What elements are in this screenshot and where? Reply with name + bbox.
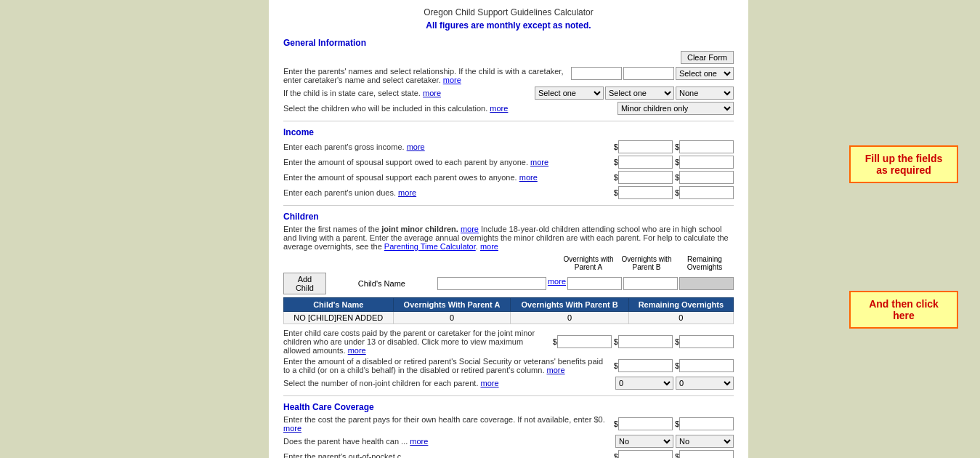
ss-a[interactable] xyxy=(618,359,673,372)
left-sidebar xyxy=(0,0,269,458)
col-header-b-top: Overnights with Parent B xyxy=(617,255,676,271)
clear-form-button[interactable]: Clear Form xyxy=(681,51,734,64)
spousal-owes-label: Enter the amount of spousal support each… xyxy=(283,173,614,182)
names-label: Enter the parents' names and select rela… xyxy=(283,67,571,84)
spousal-owed-a[interactable] xyxy=(618,156,673,169)
health-cost-link[interactable]: more xyxy=(283,424,301,433)
childcare-row: Enter child care costs paid by the paren… xyxy=(283,329,734,355)
default-remaining-cell: 0 xyxy=(628,312,733,324)
col-overnight-a: Overnights With Parent A xyxy=(393,298,511,312)
children-select-input: Minor children only xyxy=(617,102,734,115)
health-cost-b[interactable] xyxy=(679,417,734,430)
state-select-3[interactable]: None xyxy=(676,87,734,100)
children-select-link[interactable]: more xyxy=(490,104,508,113)
names-more-link[interactable]: more xyxy=(443,76,461,84)
nonjoint-link[interactable]: more xyxy=(481,379,499,387)
union-dues-b[interactable] xyxy=(679,186,734,199)
spousal-owes-link[interactable]: more xyxy=(519,173,538,182)
overnights-b-input[interactable] xyxy=(623,277,678,290)
union-dues-a[interactable] xyxy=(618,186,673,199)
income-header: Income xyxy=(283,127,734,137)
health-care-header: Health Care Coverage xyxy=(283,402,734,412)
overnights-a-input[interactable] xyxy=(567,277,622,290)
gross-income-label: Enter each parent's gross income. more xyxy=(283,142,614,151)
page-title: Oregon Child Support Guidelines Calculat… xyxy=(283,7,734,17)
social-security-label: Enter the amount of a disabled or retire… xyxy=(283,357,614,374)
add-child-button[interactable]: Add Child xyxy=(283,273,326,294)
health-cost-row: Enter the cost the parent pays for their… xyxy=(283,415,734,433)
childcare-c[interactable] xyxy=(679,335,734,348)
nonjoint-row: Select the number of non-joint children … xyxy=(283,377,734,390)
children-type-select[interactable]: Minor children only xyxy=(617,102,734,115)
state-select-1[interactable]: Select one xyxy=(535,87,604,100)
spousal-owes-a[interactable] xyxy=(618,171,673,184)
relationship-select[interactable]: Select one xyxy=(676,67,734,80)
gross-income-link[interactable]: more xyxy=(407,142,425,151)
out-of-pocket-row: Enter the parent's out-of-pocket c $ $ xyxy=(283,450,734,458)
health-available-label: Does the parent have health can ... more xyxy=(283,437,615,446)
out-of-pocket-label: Enter the parent's out-of-pocket c xyxy=(283,452,614,458)
col-header-remaining-top: Remaining Overnights xyxy=(676,255,734,271)
col-header-name-top xyxy=(414,255,559,271)
divider-2 xyxy=(283,205,734,206)
state-care-link[interactable]: more xyxy=(423,89,441,97)
childcare-link[interactable]: more xyxy=(348,346,366,355)
col-remaining: Remaining Overnights xyxy=(628,298,733,312)
state-select-2[interactable]: Select one xyxy=(605,87,674,100)
nonjoint-label: Select the number of non-joint children … xyxy=(283,379,615,387)
union-dues-link[interactable]: more xyxy=(398,188,416,197)
nonjoint-select-b[interactable]: 0 xyxy=(676,377,734,390)
gross-income-b[interactable] xyxy=(679,140,734,153)
gross-b-wrap: $ xyxy=(675,140,734,153)
health-avail-a[interactable]: No Yes xyxy=(615,435,673,448)
spousal-owed-b[interactable] xyxy=(679,156,734,169)
fill-annotation: Fill up the fields as required xyxy=(849,145,958,183)
parent-a-name-input[interactable] xyxy=(571,67,622,80)
children-more-link-2[interactable]: more xyxy=(480,242,498,251)
table-row: NO [CHILD]REN ADDED 0 0 0 xyxy=(284,312,734,324)
children-header: Children xyxy=(283,212,734,222)
default-a-cell: 0 xyxy=(393,312,511,324)
social-security-inputs: $ $ xyxy=(614,359,734,372)
oop-b[interactable] xyxy=(679,450,734,458)
health-available-row: Does the parent have health can ... more… xyxy=(283,435,734,448)
health-available-link[interactable]: more xyxy=(410,437,428,446)
child-more-link[interactable]: more xyxy=(548,277,566,290)
childcare-label: Enter child care costs paid by the paren… xyxy=(283,329,553,355)
gross-income-inputs: $ $ xyxy=(614,140,734,153)
children-select-label: Select the children who will be included… xyxy=(283,104,617,113)
social-security-link[interactable]: more xyxy=(547,366,565,374)
gross-income-a[interactable] xyxy=(618,140,673,153)
children-table: Child's Name Overnights With Parent A Ov… xyxy=(283,297,734,324)
new-child-name-input[interactable] xyxy=(437,277,546,290)
oop-a[interactable] xyxy=(618,450,673,458)
spousal-owed-link[interactable]: more xyxy=(530,158,548,166)
remaining-input xyxy=(679,277,734,290)
spousal-owes-row: Enter the amount of spousal support each… xyxy=(283,171,734,184)
clear-form-row: Clear Form xyxy=(283,51,734,64)
union-dues-label: Enter each parent's union dues. more xyxy=(283,188,614,197)
spousal-owes-b[interactable] xyxy=(679,171,734,184)
health-available-inputs: No Yes No Yes xyxy=(615,435,734,448)
no-children-cell: NO [CHILD]REN ADDED xyxy=(284,312,394,324)
spousal-owes-inputs: $ $ xyxy=(614,171,734,184)
col-child-name: Child's Name xyxy=(284,298,394,312)
divider-3 xyxy=(283,395,734,396)
divider-1 xyxy=(283,121,734,121)
health-avail-b[interactable]: No Yes xyxy=(676,435,734,448)
nonjoint-inputs: 0 0 xyxy=(615,377,734,390)
children-more-link-1[interactable]: more xyxy=(461,225,479,233)
childcare-a[interactable] xyxy=(557,335,612,348)
gross-a-wrap: $ xyxy=(614,140,673,153)
ss-b[interactable] xyxy=(679,359,734,372)
childcare-b[interactable] xyxy=(618,335,673,348)
health-cost-a[interactable] xyxy=(618,417,673,430)
parenting-time-link[interactable]: Parenting Time Calculator xyxy=(384,242,476,251)
names-inputs: Select one xyxy=(571,67,734,80)
parent-b-name-input[interactable] xyxy=(623,67,674,80)
right-sidebar: Fill up the fields as required And then … xyxy=(748,0,980,458)
spousal-owed-inputs: $ $ xyxy=(614,156,734,169)
child-name-header: Child's Name xyxy=(332,279,432,288)
nonjoint-select-a[interactable]: 0 xyxy=(615,377,673,390)
children-description: Enter the first names of the joint minor… xyxy=(283,225,734,251)
